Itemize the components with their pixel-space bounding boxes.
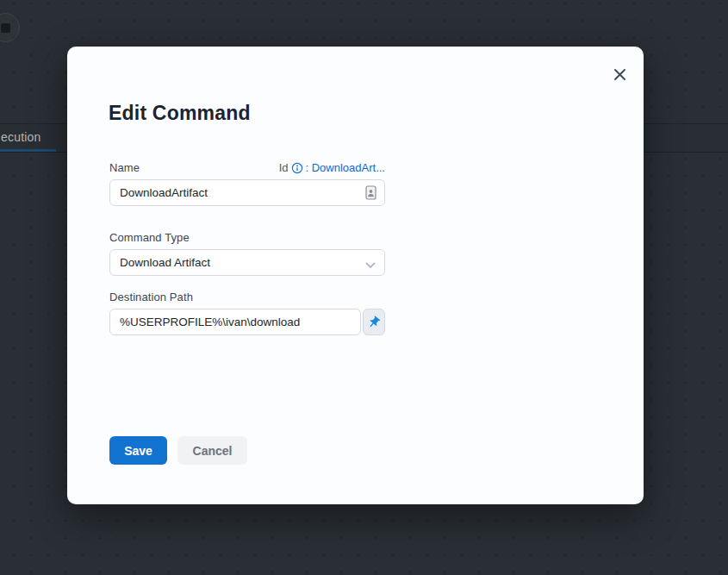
command-type-select[interactable]: Download Artifact bbox=[109, 249, 385, 276]
stop-icon bbox=[1, 23, 10, 33]
chevron-down-icon bbox=[365, 259, 376, 272]
pin-button[interactable] bbox=[363, 309, 385, 335]
close-icon bbox=[613, 68, 626, 81]
modal-title: Edit Command bbox=[109, 102, 251, 125]
edit-command-modal: Edit Command Name Id : DownloadArt... bbox=[67, 47, 644, 504]
destination-path-label: Destination Path bbox=[109, 291, 193, 303]
id-label: Id bbox=[279, 161, 289, 174]
destination-path-input[interactable] bbox=[109, 309, 361, 335]
name-label: Name bbox=[109, 161, 140, 174]
cancel-button[interactable]: Cancel bbox=[177, 436, 247, 465]
active-tab-underline bbox=[0, 149, 56, 152]
save-button[interactable]: Save bbox=[109, 436, 167, 465]
close-button[interactable] bbox=[610, 65, 629, 84]
name-input[interactable] bbox=[109, 179, 385, 206]
command-type-value: Download Artifact bbox=[120, 256, 210, 269]
info-icon[interactable] bbox=[291, 162, 303, 174]
id-value-link[interactable]: : DownloadArt... bbox=[306, 161, 386, 174]
pushpin-icon bbox=[364, 312, 384, 332]
command-type-label: Command Type bbox=[109, 231, 190, 244]
stop-button[interactable] bbox=[0, 13, 20, 42]
tab-execution[interactable]: ecution bbox=[1, 130, 41, 144]
